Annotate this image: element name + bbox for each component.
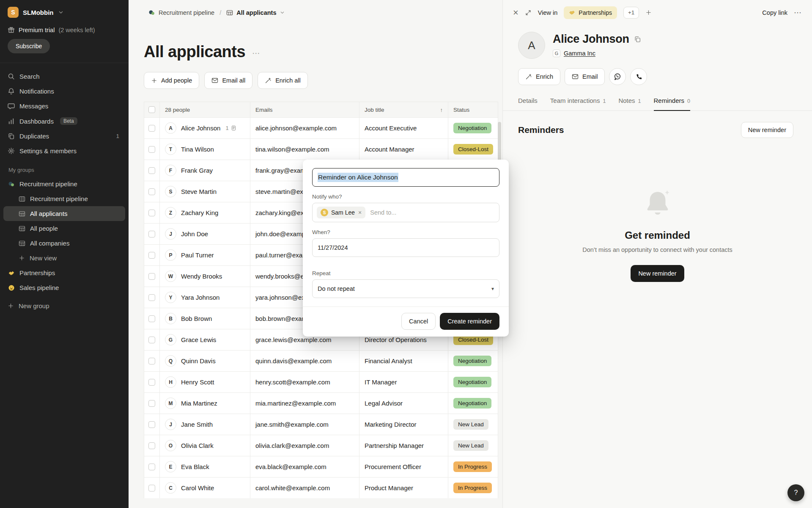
cancel-button[interactable]: Cancel bbox=[401, 313, 436, 330]
sidebar-new-view[interactable]: New view bbox=[3, 251, 125, 265]
person-cell[interactable]: Q Quinn Davis bbox=[159, 351, 250, 371]
person-cell[interactable]: W Wendy Brooks bbox=[159, 266, 250, 287]
table-row[interactable]: J Jane Smith jane.smith@example.com Mark… bbox=[144, 414, 498, 435]
table-row[interactable]: T Tina Wilson tina.wilson@example.com Ac… bbox=[144, 138, 498, 160]
row-checkbox[interactable] bbox=[148, 337, 155, 343]
sidebar-view-recruitment-pipeline[interactable]: Recruitment pipeline bbox=[3, 191, 125, 206]
person-cell[interactable]: P Paul Turner bbox=[159, 245, 250, 265]
sidebar-item-search[interactable]: Search bbox=[3, 69, 125, 84]
column-header-emails[interactable]: Emails bbox=[250, 102, 359, 117]
expand-icon[interactable] bbox=[525, 9, 532, 16]
column-header-job-title[interactable]: Job title↑ bbox=[359, 102, 448, 117]
row-checkbox[interactable] bbox=[148, 231, 155, 237]
person-cell[interactable]: Z Zachary King bbox=[159, 202, 250, 223]
new-reminder-button[interactable]: New reminder bbox=[741, 122, 793, 138]
row-checkbox[interactable] bbox=[148, 485, 155, 491]
workspace-switcher[interactable]: S SLMobbin bbox=[0, 0, 129, 23]
tab[interactable]: Details bbox=[518, 97, 538, 111]
person-cell[interactable]: G Grace Lewis bbox=[159, 329, 250, 350]
person-cell[interactable]: A Alice Johnson 1 bbox=[159, 118, 250, 138]
person-cell[interactable]: B Bob Brown bbox=[159, 308, 250, 329]
new-reminder-cta-button[interactable]: New reminder bbox=[631, 265, 684, 282]
more-options-icon[interactable]: ⋯ bbox=[794, 8, 802, 17]
recipient-chip[interactable]: S Sam Lee × bbox=[317, 207, 365, 218]
row-checkbox[interactable] bbox=[148, 188, 155, 195]
enrich-all-button[interactable]: Enrich all bbox=[258, 72, 308, 89]
more-groups-chip[interactable]: +1 bbox=[623, 7, 639, 19]
row-checkbox[interactable] bbox=[148, 442, 155, 449]
row-checkbox[interactable] bbox=[148, 273, 155, 280]
row-checkbox[interactable] bbox=[148, 294, 155, 301]
table-row[interactable]: C Carol White carol.white@example.com Pr… bbox=[144, 477, 498, 498]
row-checkbox[interactable] bbox=[148, 167, 155, 174]
email-button[interactable]: Email bbox=[565, 68, 605, 85]
repeat-select[interactable]: Do not repeat ▾ bbox=[312, 279, 499, 298]
reminder-title-input[interactable]: Reminder on Alice Johnson bbox=[312, 168, 499, 187]
person-cell[interactable]: Y Yara Johnson bbox=[159, 287, 250, 308]
tab[interactable]: Reminders 0 bbox=[654, 97, 690, 111]
row-checkbox[interactable] bbox=[148, 146, 155, 153]
row-checkbox[interactable] bbox=[148, 464, 155, 470]
whatsapp-button[interactable] bbox=[609, 68, 626, 85]
sidebar-item-messages[interactable]: Messages bbox=[3, 99, 125, 113]
copy-name-icon[interactable] bbox=[634, 36, 641, 43]
breadcrumb-view[interactable]: All applicants bbox=[226, 9, 284, 16]
row-checkbox[interactable] bbox=[148, 210, 155, 216]
person-cell[interactable]: S Steve Martin bbox=[159, 181, 250, 202]
sidebar-view-all-applicants[interactable]: All applicants bbox=[3, 206, 125, 221]
remove-recipient-icon[interactable]: × bbox=[358, 209, 362, 216]
close-icon[interactable]: × bbox=[513, 8, 518, 17]
sidebar-new-group[interactable]: New group bbox=[3, 298, 125, 313]
sidebar-item-duplicates[interactable]: Duplicates 1 bbox=[3, 129, 125, 144]
notify-input[interactable]: S Sam Lee × Send to... bbox=[312, 203, 499, 222]
table-row[interactable]: O Olivia Clark olivia.clark@example.com … bbox=[144, 435, 498, 456]
person-cell[interactable]: F Frank Gray bbox=[159, 160, 250, 181]
help-button[interactable]: ? bbox=[787, 484, 804, 501]
row-checkbox[interactable] bbox=[148, 358, 155, 364]
table-row[interactable]: M Mia Martinez mia.martinez@example.com … bbox=[144, 392, 498, 414]
group-chip-partnerships[interactable]: Partnerships bbox=[564, 6, 617, 19]
person-cell[interactable]: O Olivia Clark bbox=[159, 435, 250, 456]
date-input[interactable]: 11/27/2024 bbox=[312, 238, 499, 257]
create-reminder-button[interactable]: Create reminder bbox=[440, 313, 499, 330]
row-checkbox[interactable] bbox=[148, 421, 155, 428]
sidebar-item-settings[interactable]: Settings & members bbox=[3, 144, 125, 158]
sidebar-view-all-companies[interactable]: All companies bbox=[3, 236, 125, 251]
add-to-group-icon[interactable] bbox=[645, 9, 652, 16]
enrich-button[interactable]: Enrich bbox=[518, 68, 560, 85]
title-more-icon[interactable]: ⋯ bbox=[252, 48, 261, 61]
sidebar-item-dashboards[interactable]: Dashboards Beta bbox=[3, 113, 125, 129]
person-cell[interactable]: E Eva Black bbox=[159, 456, 250, 477]
sidebar-view-all-people[interactable]: All people bbox=[3, 221, 125, 236]
tab[interactable]: Team interactions 1 bbox=[550, 97, 606, 111]
sidebar-item-notifications[interactable]: Notifications bbox=[3, 84, 125, 99]
sidebar-group-partnerships[interactable]: Partnerships bbox=[3, 265, 125, 280]
column-header-status[interactable]: Status bbox=[448, 102, 498, 117]
table-row[interactable]: H Henry Scott henry.scott@example.com IT… bbox=[144, 371, 498, 392]
row-checkbox[interactable] bbox=[148, 315, 155, 322]
person-cell[interactable]: J Jane Smith bbox=[159, 414, 250, 435]
table-row[interactable]: Q Quinn Davis quinn.davis@example.com Fi… bbox=[144, 350, 498, 371]
breadcrumb-group[interactable]: Recruitment pipeline bbox=[148, 9, 214, 16]
row-checkbox[interactable] bbox=[148, 400, 155, 407]
select-all-checkbox[interactable] bbox=[148, 106, 155, 113]
add-people-button[interactable]: Add people bbox=[144, 72, 199, 89]
phone-button[interactable] bbox=[630, 68, 647, 85]
row-checkbox[interactable] bbox=[148, 379, 155, 386]
person-cell[interactable]: M Mia Martinez bbox=[159, 393, 250, 414]
subscribe-button[interactable]: Subscribe bbox=[8, 39, 50, 53]
table-row[interactable]: A Alice Johnson 1 alice.johnson@example.… bbox=[144, 117, 498, 138]
person-cell[interactable]: C Carol White bbox=[159, 478, 250, 498]
company-link[interactable]: G Gamma Inc bbox=[553, 50, 641, 57]
sidebar-group-sales-pipeline[interactable]: Sales pipeline bbox=[3, 280, 125, 295]
row-checkbox[interactable] bbox=[148, 252, 155, 259]
person-cell[interactable]: T Tina Wilson bbox=[159, 139, 250, 160]
person-cell[interactable]: H Henry Scott bbox=[159, 372, 250, 392]
table-row[interactable]: E Eva Black eva.black@example.com Procur… bbox=[144, 456, 498, 477]
person-cell[interactable]: J John Doe bbox=[159, 224, 250, 244]
email-all-button[interactable]: Email all bbox=[204, 72, 252, 89]
column-header-people[interactable]: 28 people bbox=[159, 102, 250, 117]
sidebar-group-recruitment-pipeline[interactable]: Recruitment pipeline bbox=[3, 177, 125, 191]
copy-link-button[interactable]: Copy link bbox=[762, 9, 787, 16]
tab[interactable]: Notes 1 bbox=[618, 97, 641, 111]
